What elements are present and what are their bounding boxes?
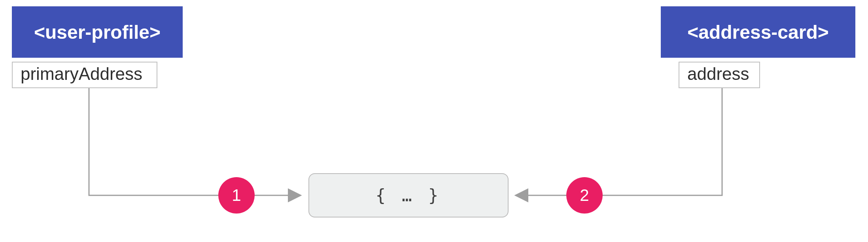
property-label: address bbox=[687, 64, 749, 83]
badge-number: 1 bbox=[232, 186, 241, 205]
connector-left bbox=[89, 86, 301, 195]
object-label: { … } bbox=[376, 186, 441, 205]
component-address-card: <address-card> bbox=[661, 6, 855, 58]
property-address: address bbox=[679, 62, 760, 88]
diagram-stage: <user-profile> primaryAddress <address-c… bbox=[0, 0, 868, 242]
component-user-profile: <user-profile> bbox=[12, 6, 183, 58]
connector-right bbox=[516, 86, 722, 195]
property-label: primaryAddress bbox=[21, 64, 142, 83]
property-primary-address: primaryAddress bbox=[12, 62, 157, 88]
step-badge-1: 1 bbox=[218, 177, 255, 214]
badge-number: 2 bbox=[580, 186, 589, 205]
component-label: <user-profile> bbox=[34, 21, 161, 43]
step-badge-2: 2 bbox=[566, 177, 603, 214]
component-label: <address-card> bbox=[687, 21, 829, 43]
shared-object: { … } bbox=[308, 173, 509, 217]
